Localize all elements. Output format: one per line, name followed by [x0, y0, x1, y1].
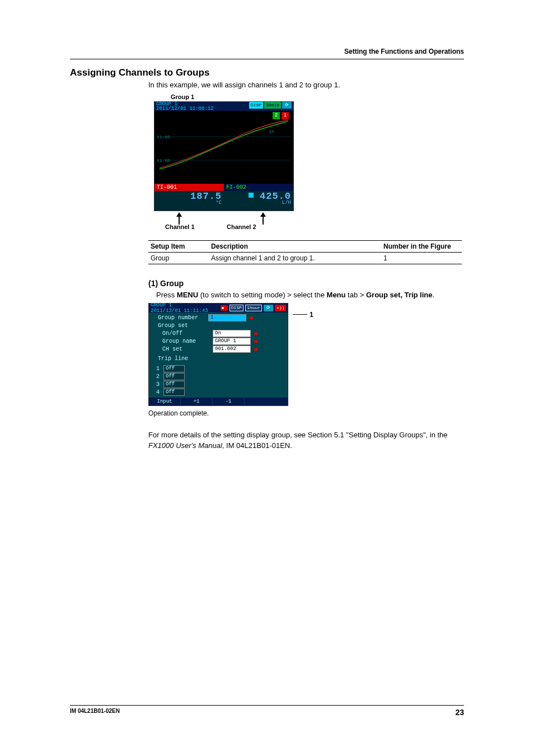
trip-field-1[interactable]: Off	[163, 365, 185, 372]
field-group-number[interactable]: 1	[208, 314, 246, 321]
trip-num: 1	[152, 366, 163, 372]
operation-complete: Operation complete.	[148, 409, 464, 417]
cell-num: 1	[381, 253, 462, 264]
trend-screenshot: GROUP 12011/12/01 11:06:12 DISP 30min ⟳ …	[154, 101, 294, 211]
marker-dot	[254, 340, 257, 343]
refresh-icon: ⟳	[282, 102, 292, 109]
more-details: For more details of the setting display …	[148, 430, 464, 451]
marker-dot	[254, 332, 257, 335]
footer-doc-id: IM 04L21B01-02EN	[70, 708, 120, 717]
footer-minus-button[interactable]: -1	[213, 398, 245, 405]
cell-setup: Group	[148, 253, 209, 264]
intro-text: In this example, we will assign channels…	[148, 81, 464, 89]
rate-badge: 1hour	[245, 305, 262, 311]
arrow-up-icon	[176, 212, 182, 223]
trend-lines	[157, 112, 291, 174]
figure1-caption-ch2: Channel 2	[227, 223, 256, 230]
time-tick-2: 11:00	[157, 158, 170, 163]
table-header-desc: Description	[209, 241, 381, 253]
trend-timestamp: 2011/12/01 11:06:12	[156, 106, 214, 111]
set-timestamp: 2011/12/01 11:11:43	[151, 308, 208, 314]
disp-badge: DISP	[249, 102, 263, 109]
trip-field-4[interactable]: Off	[163, 389, 185, 396]
record-icon	[221, 305, 228, 311]
figure1-caption-top: Group 1	[171, 94, 464, 100]
figure1-caption-ch1: Channel 1	[165, 223, 227, 230]
alarm-icon	[249, 193, 254, 198]
callout-1: 1	[293, 311, 313, 319]
trip-num: 4	[152, 389, 163, 395]
footer-page-number: 23	[455, 708, 464, 717]
label-trip-line: Trip line	[158, 356, 208, 362]
section-heading: Assigning Channels to Groups	[70, 67, 464, 78]
trip-num: 3	[152, 381, 163, 388]
table-row: Group Assign channel 1 and 2 to group 1.…	[148, 253, 462, 264]
marker-dot	[254, 348, 257, 351]
trip-field-3[interactable]: Off	[163, 381, 185, 388]
table-header-setup: Setup Item	[148, 241, 209, 253]
set-group-label: GROUP 1	[151, 302, 172, 308]
sound-icon: •))	[275, 305, 286, 311]
table-header-num: Number in the Figure	[381, 241, 462, 253]
footer-input-button[interactable]: Input	[149, 398, 181, 405]
field-onoff[interactable]: On	[213, 330, 251, 337]
plot-label-in: In	[269, 129, 274, 134]
settings-screenshot: GROUP 12011/12/01 11:11:43 DISP 1hour ⟳ …	[148, 303, 288, 406]
field-group-name[interactable]: GROUP 1	[213, 338, 251, 345]
cell-desc: Assign channel 1 and 2 to group 1.	[209, 253, 381, 264]
ch2-name: FI-002	[224, 184, 293, 191]
running-head: Setting the Functions and Operations	[70, 48, 464, 59]
arrow-up-icon	[260, 212, 266, 223]
label-ch-set: CH set	[162, 346, 213, 352]
rate-badge: 30min	[264, 102, 281, 109]
subsection-desc: Press MENU (to switch to setting mode) >…	[156, 290, 464, 301]
label-group-set: Group set	[158, 323, 208, 329]
field-ch-set[interactable]: 001.002	[213, 346, 251, 353]
trip-field-2[interactable]: Off	[163, 373, 185, 380]
subsection-heading: (1) Group	[148, 279, 464, 288]
refresh-icon: ⟳	[264, 305, 273, 311]
flag-1: 1	[282, 112, 289, 119]
ch1-name: TI-001	[154, 184, 224, 191]
label-onoff: On/Off	[162, 330, 213, 337]
flag-2: 2	[273, 112, 280, 119]
disp-badge: DISP	[229, 305, 243, 311]
setup-table: Setup Item Description Number in the Fig…	[148, 240, 462, 264]
trip-num: 2	[152, 374, 163, 380]
callout-number: 1	[310, 311, 313, 319]
label-group-number: Group number	[158, 315, 208, 321]
label-group-name: Group name	[162, 338, 213, 344]
time-tick-1: 11:05	[157, 134, 170, 139]
footer-plus-button[interactable]: +1	[181, 398, 213, 405]
marker-dot	[250, 316, 253, 320]
